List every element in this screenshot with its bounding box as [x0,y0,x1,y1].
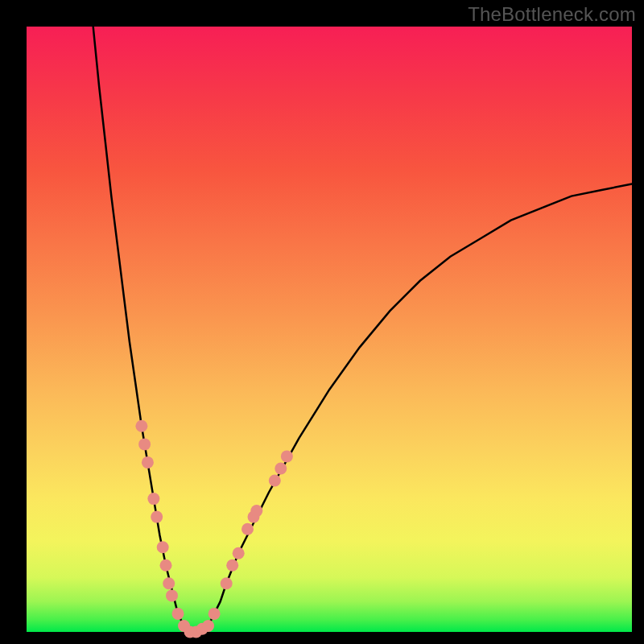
data-marker [233,547,245,559]
data-marker [172,608,184,620]
data-marker [151,511,163,523]
data-marker [275,463,287,475]
data-marker [163,577,175,589]
data-marker [160,559,172,572]
plot-area [27,27,632,632]
bottleneck-curve [93,27,632,632]
curve-svg [27,27,632,632]
data-marker [226,559,238,572]
data-marker [147,493,159,505]
data-marker [202,620,214,632]
data-marker [135,420,147,432]
watermark-text: TheBottleneck.com [468,3,636,26]
data-marker [281,450,293,462]
data-marker [208,608,221,620]
data-marker [250,505,262,517]
data-marker [142,456,154,469]
data-marker [221,577,233,589]
data-marker [166,589,178,601]
chart-frame: TheBottleneck.com [0,0,644,644]
data-marker [138,438,151,450]
data-marker [242,523,254,535]
data-marker [269,475,281,487]
data-marker [157,541,169,553]
